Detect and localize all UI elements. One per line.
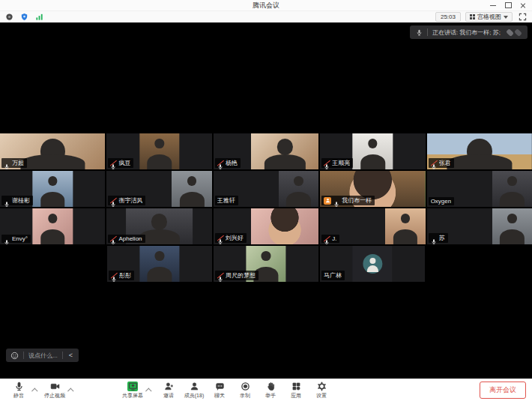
participant-tile[interactable]: 周尺的梦想 [214,246,318,282]
camera-options-chevron[interactable] [67,380,75,401]
raise-hand-button[interactable]: 举手 [258,380,283,401]
apps-button[interactable]: 应用 [283,380,309,401]
share-screen-options-chevron[interactable] [145,380,153,401]
participant-video [353,133,393,169]
person-silhouette [359,136,387,169]
person-silhouette [498,174,526,207]
settings-button[interactable]: 设置 [309,380,334,401]
participant-name-label: 马广林 [321,271,345,280]
mic-muted-icon [324,235,330,242]
participant-tile[interactable]: 我们布一样 [320,171,425,207]
participant-tile[interactable]: 张君 [427,133,532,169]
chat-quick-bar[interactable]: 说点什么... < [6,349,79,362]
participant-name: 疯豆 [118,159,130,167]
apps-icon [291,382,301,391]
person-silhouette [391,211,419,244]
person-closeup [251,208,318,244]
meeting-status-bar: 25:03 宫格视图 [0,11,532,22]
settings-label: 设置 [316,392,327,400]
participant-name-label: 周尺的梦想 [215,271,259,280]
invite-icon [164,382,174,391]
close-icon [520,2,526,8]
mic-label: 静音 [13,392,24,400]
participant-tile[interactable]: 万超 [0,133,105,169]
emoji-icon[interactable] [10,352,19,360]
fullscreen-button[interactable] [517,13,528,22]
layout-view-button[interactable]: 宫格视图 [465,12,513,22]
participant-tile[interactable]: J. [320,208,425,244]
chevron-up-icon [145,388,151,394]
participant-name-label: 我们布一样 [321,196,375,205]
record-label: 录制 [240,392,250,400]
participant-tile[interactable]: Oxygen [427,171,532,207]
apps-label: 应用 [291,392,301,400]
invite-button[interactable]: 邀请 [156,380,181,401]
participant-name-label: 谢桂彬 [1,196,33,205]
members-icon [190,382,199,391]
share-screen-button[interactable]: 共享屏幕 [120,380,145,401]
participant-tile[interactable]: Envy° [0,208,105,244]
person-silhouette [145,249,173,282]
grid-row: 万超疯豆杨艳王顺亮张君 [0,133,532,169]
participant-video [251,208,318,244]
participant-video [492,171,532,207]
participant-name: Envy° [12,235,28,242]
participant-name: 刘兴好 [226,234,244,242]
participant-tile[interactable]: Aphelion [106,208,211,244]
participant-name: J. [332,235,336,242]
participant-tile[interactable]: 王顺亮 [320,133,425,169]
grid-row: 彤彤周尺的梦想马广林 [0,246,532,282]
leave-meeting-button[interactable]: 离开会议 [480,382,526,399]
mic-options-chevron[interactable] [31,380,39,401]
speaker-avatars-decoration [507,29,522,36]
meeting-timer: 25:03 [435,12,461,22]
participant-video [492,208,532,244]
camera-icon [50,382,60,391]
mic-button[interactable]: 静音 [6,380,31,401]
chat-label: 聊天 [214,392,225,400]
person-silhouette [262,136,309,169]
person-silhouette [178,174,205,207]
chat-input-placeholder[interactable]: 说点什么... [28,352,58,360]
maximize-button[interactable] [501,0,516,10]
chevron-down-icon [504,16,508,19]
window-title: 腾讯会议 [253,1,279,10]
participant-name: 苏 [439,234,445,242]
participant-tile[interactable]: 刘兴好 [214,208,318,244]
chat-icon [215,382,225,391]
share-screen-icon [127,382,138,391]
participant-name: Oxygen [431,198,452,205]
participant-tile[interactable]: 王雅轩 [214,171,318,207]
record-button[interactable]: 录制 [232,380,258,401]
participant-video [172,171,211,207]
participant-name-label: 杨艳 [215,158,241,168]
banner-divider [427,28,428,36]
minimize-button[interactable] [486,0,501,10]
mic-icon [14,382,24,391]
network-signal-icon[interactable] [34,13,43,22]
mic-on-icon [431,235,437,241]
participant-name: 周尺的梦想 [226,271,256,280]
participant-name: 杨艳 [226,159,238,167]
participant-tile[interactable]: 衡宇洁风 [106,171,211,207]
mic-on-icon [4,160,10,166]
security-shield-icon[interactable] [19,13,28,22]
grid-view-icon [470,14,475,19]
chat-button[interactable]: 聊天 [207,380,232,401]
participant-grid: 万超疯豆杨艳王顺亮张君谢桂彬衡宇洁风王雅轩我们布一样OxygenEnvy°Aph… [0,133,532,283]
participant-tile[interactable]: 彤彤 [107,246,212,282]
participant-tile[interactable]: 苏 [427,208,532,244]
meeting-info-icon[interactable] [4,13,13,22]
participant-tile[interactable]: 谢桂彬 [0,171,105,207]
members-label: 成员(18) [184,392,204,400]
members-button[interactable]: 成员(18) [181,380,207,401]
camera-button[interactable]: 停止视频 [42,380,67,401]
chat-collapse-button[interactable]: < [67,352,74,359]
mic-icon [416,29,423,36]
participant-tile[interactable]: 杨艳 [214,133,318,169]
mic-muted-icon [324,160,330,166]
participant-tile[interactable]: 疯豆 [106,133,211,169]
close-button[interactable] [516,0,531,10]
menubar-right: 25:03 宫格视图 [435,12,528,22]
participant-tile[interactable]: 马广林 [320,246,425,282]
